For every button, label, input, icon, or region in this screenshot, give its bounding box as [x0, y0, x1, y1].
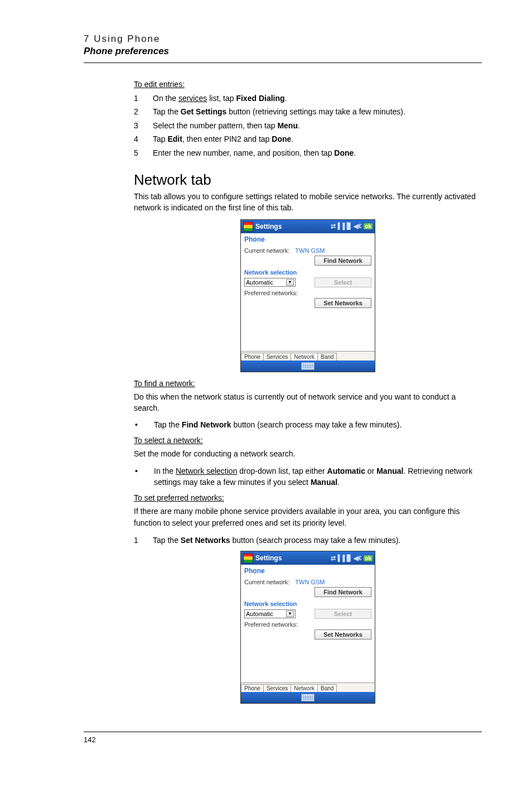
ok-button[interactable]: ok [364, 223, 373, 229]
dropdown-value: Automatic [246, 610, 273, 617]
sheet-title: Phone [244, 566, 371, 577]
bullet-text: In the Network selection drop-down list,… [154, 465, 482, 488]
tab-strip: Phone Services Network Band [241, 351, 375, 360]
step-number: 5 [134, 147, 153, 159]
connectivity-icon[interactable]: ⇄ [331, 555, 336, 562]
step-text: Tap the Set Networks button (search proc… [153, 534, 482, 546]
step-number: 2 [134, 105, 153, 118]
window-title: Settings [255, 554, 331, 562]
network-selection-label: Network selection [244, 269, 371, 276]
chapter-heading: 7 Using Phone [84, 33, 482, 45]
section-heading: Phone preferences [84, 46, 482, 57]
edit-entries-title: To edit entries: [134, 80, 482, 89]
sheet-title: Phone [244, 234, 371, 246]
current-network-label: Current network: [244, 579, 289, 585]
step-number: 1 [134, 534, 153, 546]
bottom-bar [241, 360, 375, 372]
dropdown-value: Automatic [246, 279, 273, 286]
preferred-networks-label: Preferred networks: [244, 290, 371, 296]
tab-phone[interactable]: Phone [241, 684, 264, 692]
step-text: Tap Edit, then enter PIN2 and tap Done. [153, 133, 482, 145]
start-icon[interactable] [243, 553, 253, 563]
network-selection-dropdown[interactable]: Automatic ▼ [244, 609, 296, 618]
select-button: Select [315, 277, 371, 287]
current-network-value: TWN GSM [289, 579, 371, 585]
step-number: 1 [134, 92, 153, 104]
network-tab-intro: This tab allows you to configure setting… [134, 191, 482, 214]
volume-icon[interactable]: ◀€ [354, 555, 361, 562]
tab-network[interactable]: Network [291, 684, 318, 692]
chevron-down-icon[interactable]: ▼ [286, 610, 294, 617]
preferred-networks-para: If there are many mobile phone service p… [134, 506, 482, 528]
start-icon[interactable] [243, 222, 253, 232]
titlebar: Settings ⇄ ▍▌▊ ◀€ ok [241, 220, 375, 233]
set-networks-button[interactable]: Set Networks [315, 298, 371, 308]
step-text: Enter the new number, name, and position… [153, 147, 482, 159]
select-network-title: To select a network: [134, 436, 482, 445]
bottom-bar [241, 692, 375, 703]
network-tab-heading: Network tab [134, 171, 482, 189]
connectivity-icon[interactable]: ⇄ [331, 223, 336, 230]
tab-network[interactable]: Network [291, 353, 318, 360]
tab-services[interactable]: Services [263, 353, 291, 360]
select-network-para: Set the mode for conducting a network se… [134, 448, 482, 459]
step-text: Select the number pattern, then tap Menu… [153, 119, 482, 132]
preferred-networks-label: Preferred networks: [244, 621, 371, 628]
set-networks-button[interactable]: Set Networks [315, 629, 371, 640]
tab-strip: Phone Services Network Band [241, 682, 375, 692]
bullet-text: Tap the Find Network button (search proc… [154, 419, 482, 430]
select-button: Select [315, 609, 371, 619]
find-network-para: Do this when the network status is curre… [134, 391, 482, 414]
tab-phone[interactable]: Phone [241, 353, 264, 360]
edit-entries-list: 1 On the services list, tap Fixed Dialin… [134, 92, 482, 159]
signal-icon[interactable]: ▍▌▊ [338, 555, 351, 562]
volume-icon[interactable]: ◀€ [354, 223, 361, 230]
ok-button[interactable]: ok [364, 555, 373, 561]
tab-services[interactable]: Services [263, 684, 291, 692]
network-selection-dropdown[interactable]: Automatic ▼ [244, 278, 296, 287]
titlebar: Settings ⇄ ▍▌▊ ◀€ ok [241, 551, 375, 565]
find-network-title: To find a network: [134, 379, 482, 388]
window-title: Settings [255, 223, 331, 230]
step-text: Tap the Get Settings button (retrieving … [153, 105, 482, 118]
signal-icon[interactable]: ▍▌▊ [338, 223, 351, 230]
preferred-networks-title: To set preferred networks: [134, 493, 482, 502]
network-selection-label: Network selection [244, 600, 371, 607]
screenshot-settings-network-2: Settings ⇄ ▍▌▊ ◀€ ok Phone Current netwo… [240, 551, 375, 704]
current-network-label: Current network: [244, 247, 289, 254]
current-network-value: TWN GSM [289, 247, 371, 254]
tab-band[interactable]: Band [317, 684, 337, 692]
find-network-button[interactable]: Find Network [315, 587, 371, 597]
bullet-icon: • [134, 465, 154, 488]
keyboard-icon[interactable] [301, 694, 315, 701]
header-rule [84, 63, 482, 63]
step-number: 4 [134, 133, 153, 145]
bullet-icon: • [134, 419, 154, 430]
footer-rule [84, 732, 482, 732]
find-network-button[interactable]: Find Network [315, 256, 371, 266]
screenshot-settings-network: Settings ⇄ ▍▌▊ ◀€ ok Phone Current netwo… [240, 219, 375, 372]
page-number: 142 [84, 735, 482, 744]
step-number: 3 [134, 119, 153, 132]
keyboard-icon[interactable] [301, 362, 315, 370]
chevron-down-icon[interactable]: ▼ [286, 279, 294, 286]
tab-band[interactable]: Band [317, 353, 337, 360]
step-text: On the services list, tap Fixed Dialing. [153, 92, 482, 104]
